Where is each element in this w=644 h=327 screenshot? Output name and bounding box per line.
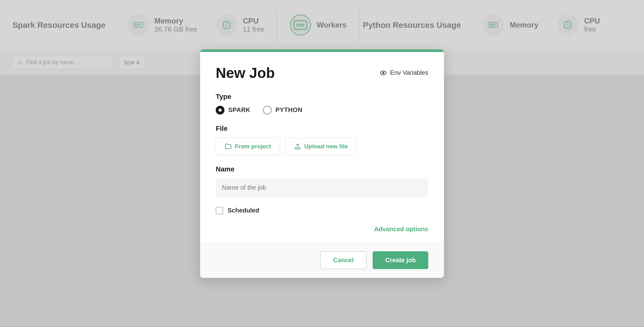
spark-radio-label: SPARK (228, 106, 250, 114)
file-buttons: From project Upload new file (216, 138, 428, 155)
type-radio-group: SPARK PYTHON (216, 106, 428, 115)
name-section-label: Name (216, 165, 428, 173)
name-section: Name (216, 165, 428, 197)
create-job-button[interactable]: Create job (373, 251, 428, 269)
modal-body: New Job Env Variables Type SPARK (200, 52, 444, 242)
spark-radio-circle[interactable] (216, 106, 224, 115)
env-variables-button[interactable]: Env Variables (380, 69, 428, 77)
scheduled-label: Scheduled (228, 207, 259, 214)
svg-point-56 (382, 72, 384, 74)
scheduled-section: Scheduled (216, 207, 428, 214)
new-job-modal: New Job Env Variables Type SPARK (200, 49, 444, 278)
type-section-label: Type (216, 93, 428, 101)
type-section: Type SPARK PYTHON (216, 93, 428, 115)
cancel-button[interactable]: Cancel (320, 251, 367, 269)
python-radio-option[interactable]: PYTHON (263, 106, 302, 115)
modal-header: New Job Env Variables (216, 64, 428, 81)
python-radio-label: PYTHON (275, 106, 302, 114)
svg-rect-57 (295, 148, 300, 149)
env-variables-label: Env Variables (390, 69, 428, 76)
scheduled-checkbox[interactable] (216, 207, 223, 214)
modal-footer: Cancel Create job (200, 242, 444, 278)
upload-new-file-label: Upload new file (304, 143, 348, 150)
modal-title: New Job (216, 64, 275, 81)
python-radio-circle[interactable] (263, 106, 272, 115)
file-section: File From project Uplo (216, 125, 428, 155)
modal-overlay: New Job Env Variables Type SPARK (0, 0, 644, 327)
spark-radio-option[interactable]: SPARK (216, 106, 250, 115)
modal-top-bar (200, 49, 444, 52)
upload-icon (294, 143, 301, 150)
file-section-label: File (216, 125, 428, 133)
from-project-button[interactable]: From project (216, 138, 280, 155)
eye-icon (380, 69, 387, 77)
from-project-label: From project (235, 143, 271, 150)
advanced-options-link[interactable]: Advanced options (216, 226, 428, 233)
name-input[interactable] (216, 178, 428, 197)
upload-new-file-button[interactable]: Upload new file (285, 138, 357, 155)
folder-icon (225, 143, 232, 150)
